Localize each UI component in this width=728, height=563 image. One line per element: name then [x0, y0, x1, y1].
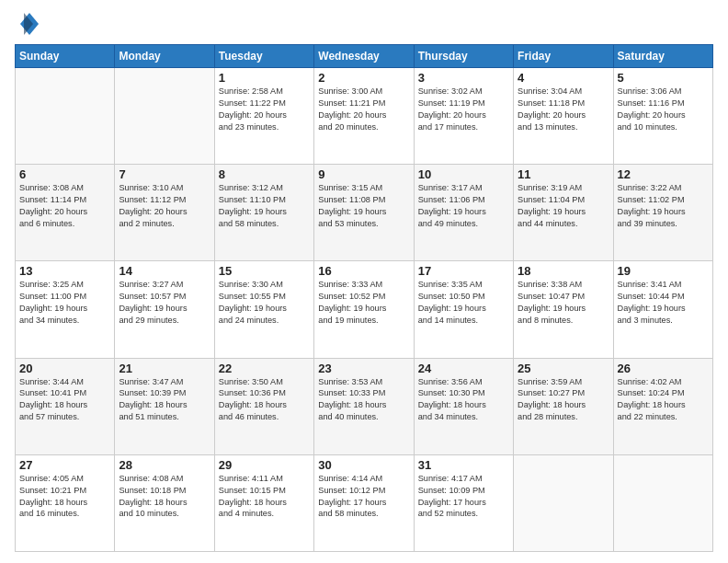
day-cell: 1Sunrise: 2:58 AM Sunset: 11:22 PM Dayli…: [214, 68, 313, 165]
week-row-3: 13Sunrise: 3:25 AM Sunset: 11:00 PM Dayl…: [16, 261, 713, 358]
day-number: 20: [19, 362, 110, 375]
day-info: Sunrise: 3:35 AM Sunset: 10:50 PM Daylig…: [418, 279, 509, 327]
day-cell: 5Sunrise: 3:06 AM Sunset: 11:16 PM Dayli…: [613, 68, 712, 165]
day-info: Sunrise: 3:33 AM Sunset: 10:52 PM Daylig…: [318, 279, 409, 327]
day-cell: 2Sunrise: 3:00 AM Sunset: 11:21 PM Dayli…: [314, 68, 414, 165]
day-number: 31: [418, 458, 509, 472]
week-row-2: 6Sunrise: 3:08 AM Sunset: 11:14 PM Dayli…: [16, 165, 713, 261]
day-cell: [115, 68, 214, 165]
day-number: 16: [318, 264, 409, 278]
day-cell: [16, 68, 115, 165]
day-info: Sunrise: 3:53 AM Sunset: 10:33 PM Daylig…: [318, 376, 409, 424]
day-cell: 7Sunrise: 3:10 AM Sunset: 11:12 PM Dayli…: [115, 165, 214, 261]
day-number: 18: [518, 264, 609, 278]
day-cell: 19Sunrise: 3:41 AM Sunset: 10:44 PM Dayl…: [613, 261, 712, 358]
day-info: Sunrise: 3:47 AM Sunset: 10:39 PM Daylig…: [119, 376, 210, 424]
day-cell: 28Sunrise: 4:08 AM Sunset: 10:18 PM Dayl…: [115, 454, 214, 551]
day-info: Sunrise: 3:19 AM Sunset: 11:04 PM Daylig…: [518, 182, 609, 230]
day-info: Sunrise: 3:00 AM Sunset: 11:21 PM Daylig…: [318, 86, 409, 133]
day-number: 29: [219, 458, 310, 472]
day-info: Sunrise: 3:50 AM Sunset: 10:36 PM Daylig…: [219, 376, 310, 424]
day-number: 8: [219, 167, 310, 181]
day-info: Sunrise: 3:56 AM Sunset: 10:30 PM Daylig…: [418, 376, 509, 424]
day-number: 30: [318, 458, 409, 472]
calendar-body: 1Sunrise: 2:58 AM Sunset: 11:22 PM Dayli…: [16, 68, 713, 552]
day-cell: 29Sunrise: 4:11 AM Sunset: 10:15 PM Dayl…: [214, 454, 313, 551]
day-cell: 30Sunrise: 4:14 AM Sunset: 10:12 PM Dayl…: [314, 454, 414, 551]
day-cell: [514, 454, 613, 551]
day-number: 14: [119, 264, 210, 278]
day-info: Sunrise: 4:08 AM Sunset: 10:18 PM Daylig…: [119, 473, 210, 521]
weekday-header-saturday: Saturday: [613, 45, 712, 68]
weekday-header-monday: Monday: [115, 45, 214, 68]
day-cell: 25Sunrise: 3:59 AM Sunset: 10:27 PM Dayl…: [514, 358, 613, 454]
day-number: 13: [19, 264, 110, 278]
day-cell: [613, 454, 712, 551]
day-cell: 11Sunrise: 3:19 AM Sunset: 11:04 PM Dayl…: [514, 165, 613, 261]
day-number: 1: [219, 71, 310, 85]
logo: [15, 11, 44, 37]
week-row-5: 27Sunrise: 4:05 AM Sunset: 10:21 PM Dayl…: [16, 454, 713, 551]
day-cell: 22Sunrise: 3:50 AM Sunset: 10:36 PM Dayl…: [214, 358, 313, 454]
week-row-1: 1Sunrise: 2:58 AM Sunset: 11:22 PM Dayli…: [16, 68, 713, 165]
day-info: Sunrise: 3:41 AM Sunset: 10:44 PM Daylig…: [618, 279, 709, 327]
day-number: 27: [19, 458, 110, 472]
weekday-header-sunday: Sunday: [16, 45, 115, 68]
day-number: 9: [318, 167, 409, 181]
calendar: SundayMondayTuesdayWednesdayThursdayFrid…: [15, 44, 713, 552]
page: SundayMondayTuesdayWednesdayThursdayFrid…: [0, 0, 728, 563]
day-info: Sunrise: 2:58 AM Sunset: 11:22 PM Daylig…: [219, 86, 310, 133]
day-info: Sunrise: 3:08 AM Sunset: 11:14 PM Daylig…: [19, 182, 110, 230]
day-cell: 4Sunrise: 3:04 AM Sunset: 11:18 PM Dayli…: [514, 68, 613, 165]
day-info: Sunrise: 3:30 AM Sunset: 10:55 PM Daylig…: [219, 279, 310, 327]
day-info: Sunrise: 3:10 AM Sunset: 11:12 PM Daylig…: [119, 182, 210, 230]
day-cell: 17Sunrise: 3:35 AM Sunset: 10:50 PM Dayl…: [414, 261, 513, 358]
day-cell: 12Sunrise: 3:22 AM Sunset: 11:02 PM Dayl…: [613, 165, 712, 261]
day-number: 10: [418, 167, 509, 181]
weekday-header-tuesday: Tuesday: [214, 45, 313, 68]
weekday-row: SundayMondayTuesdayWednesdayThursdayFrid…: [16, 45, 713, 68]
day-number: 6: [19, 167, 110, 181]
day-number: 7: [119, 167, 210, 181]
day-number: 15: [219, 264, 310, 278]
day-cell: 20Sunrise: 3:44 AM Sunset: 10:41 PM Dayl…: [16, 358, 115, 454]
day-cell: 8Sunrise: 3:12 AM Sunset: 11:10 PM Dayli…: [214, 165, 313, 261]
day-info: Sunrise: 3:17 AM Sunset: 11:06 PM Daylig…: [418, 182, 509, 230]
day-info: Sunrise: 3:59 AM Sunset: 10:27 PM Daylig…: [518, 376, 609, 424]
day-info: Sunrise: 4:02 AM Sunset: 10:24 PM Daylig…: [618, 376, 709, 424]
weekday-header-friday: Friday: [514, 45, 613, 68]
day-cell: 26Sunrise: 4:02 AM Sunset: 10:24 PM Dayl…: [613, 358, 712, 454]
day-info: Sunrise: 3:44 AM Sunset: 10:41 PM Daylig…: [19, 376, 110, 424]
logo-icon: [15, 11, 40, 37]
day-cell: 16Sunrise: 3:33 AM Sunset: 10:52 PM Dayl…: [314, 261, 414, 358]
day-cell: 27Sunrise: 4:05 AM Sunset: 10:21 PM Dayl…: [16, 454, 115, 551]
day-info: Sunrise: 3:12 AM Sunset: 11:10 PM Daylig…: [219, 182, 310, 230]
day-cell: 21Sunrise: 3:47 AM Sunset: 10:39 PM Dayl…: [115, 358, 214, 454]
day-number: 22: [219, 362, 310, 375]
day-number: 3: [418, 71, 509, 85]
week-row-4: 20Sunrise: 3:44 AM Sunset: 10:41 PM Dayl…: [16, 358, 713, 454]
day-info: Sunrise: 4:11 AM Sunset: 10:15 PM Daylig…: [219, 473, 310, 521]
day-info: Sunrise: 3:02 AM Sunset: 11:19 PM Daylig…: [418, 86, 509, 133]
day-info: Sunrise: 4:05 AM Sunset: 10:21 PM Daylig…: [19, 473, 110, 521]
header: [15, 11, 713, 37]
day-info: Sunrise: 3:22 AM Sunset: 11:02 PM Daylig…: [618, 182, 709, 230]
day-info: Sunrise: 3:27 AM Sunset: 10:57 PM Daylig…: [119, 279, 210, 327]
day-cell: 6Sunrise: 3:08 AM Sunset: 11:14 PM Dayli…: [16, 165, 115, 261]
day-number: 5: [618, 71, 709, 85]
day-number: 26: [618, 362, 709, 375]
calendar-header: SundayMondayTuesdayWednesdayThursdayFrid…: [16, 45, 713, 68]
day-number: 24: [418, 362, 509, 375]
day-number: 21: [119, 362, 210, 375]
day-cell: 15Sunrise: 3:30 AM Sunset: 10:55 PM Dayl…: [214, 261, 313, 358]
day-number: 17: [418, 264, 509, 278]
day-number: 12: [618, 167, 709, 181]
day-number: 4: [518, 71, 609, 85]
day-cell: 3Sunrise: 3:02 AM Sunset: 11:19 PM Dayli…: [414, 68, 513, 165]
day-info: Sunrise: 4:14 AM Sunset: 10:12 PM Daylig…: [318, 473, 409, 521]
day-cell: 9Sunrise: 3:15 AM Sunset: 11:08 PM Dayli…: [314, 165, 414, 261]
day-number: 28: [119, 458, 210, 472]
day-cell: 10Sunrise: 3:17 AM Sunset: 11:06 PM Dayl…: [414, 165, 513, 261]
day-info: Sunrise: 3:06 AM Sunset: 11:16 PM Daylig…: [618, 86, 709, 133]
day-info: Sunrise: 3:38 AM Sunset: 10:47 PM Daylig…: [518, 279, 609, 327]
